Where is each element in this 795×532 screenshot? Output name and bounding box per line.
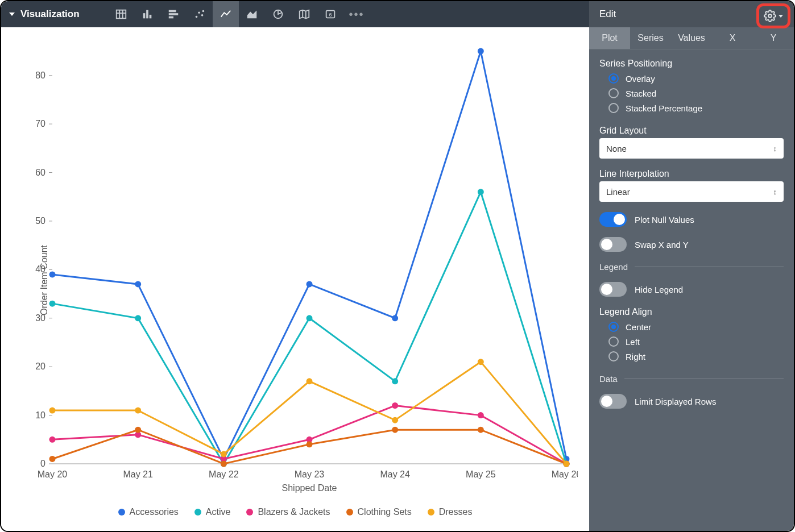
series-line xyxy=(52,362,566,464)
tab-x[interactable]: X xyxy=(712,27,753,49)
viz-line-button[interactable] xyxy=(213,1,239,27)
series-point[interactable] xyxy=(49,408,56,414)
svg-text:May 21: May 21 xyxy=(123,469,153,479)
viz-single-button[interactable]: 6 xyxy=(317,1,343,27)
series-point[interactable] xyxy=(392,427,398,433)
swap-xy-label: Swap X and Y xyxy=(635,240,689,250)
series-point[interactable] xyxy=(307,281,313,287)
series-point[interactable] xyxy=(307,441,313,447)
series-positioning-label: Series Positioning xyxy=(599,59,784,69)
limit-rows-label: Limit Displayed Rows xyxy=(635,397,716,406)
svg-point-11 xyxy=(198,11,200,14)
radio-icon xyxy=(608,88,619,98)
legend-swatch xyxy=(194,509,201,516)
series-point[interactable] xyxy=(307,315,313,321)
series-point[interactable] xyxy=(392,315,398,321)
svg-text:20: 20 xyxy=(35,361,45,371)
legend-label: Dresses xyxy=(439,507,473,517)
series-point[interactable] xyxy=(49,301,56,307)
legend-align-left[interactable]: Left xyxy=(599,334,784,349)
series-point[interactable] xyxy=(564,461,570,467)
series-point[interactable] xyxy=(135,281,141,287)
tab-series[interactable]: Series xyxy=(630,27,671,49)
series-point[interactable] xyxy=(392,402,398,409)
series-positioning-stacked-percentage[interactable]: Stacked Percentage xyxy=(599,101,784,115)
svg-text:10: 10 xyxy=(35,410,45,420)
series-point[interactable] xyxy=(478,189,484,195)
chart-area: Order Item Count 01020304050607080May 20… xyxy=(1,27,589,532)
series-point[interactable] xyxy=(49,456,56,462)
series-line xyxy=(52,192,566,464)
viz-title-toggle[interactable]: Visualization xyxy=(9,9,80,20)
swap-xy-toggle[interactable] xyxy=(599,237,627,252)
series-point[interactable] xyxy=(135,408,141,414)
series-point[interactable] xyxy=(135,315,141,321)
grid-layout-select[interactable]: None ↕ xyxy=(599,138,784,159)
legend-item-dresses[interactable]: Dresses xyxy=(428,507,473,517)
viz-pie-button[interactable] xyxy=(265,1,291,27)
svg-rect-5 xyxy=(146,10,148,19)
plot-null-toggle-row[interactable]: Plot Null Values xyxy=(599,212,784,227)
legend-item-clothing-sets[interactable]: Clothing Sets xyxy=(346,507,412,517)
series-point[interactable] xyxy=(392,417,398,423)
svg-text:May 26: May 26 xyxy=(552,469,578,479)
viz-map-button[interactable] xyxy=(291,1,317,27)
swap-xy-toggle-row[interactable]: Swap X and Y xyxy=(599,237,784,252)
tab-values[interactable]: Values xyxy=(671,27,712,49)
svg-rect-7 xyxy=(168,10,176,13)
edit-body: Series Positioning OverlayStackedStacked… xyxy=(589,49,794,418)
series-positioning-overlay[interactable]: Overlay xyxy=(599,71,784,86)
series-point[interactable] xyxy=(478,48,484,55)
radio-label: Right xyxy=(626,352,645,361)
radio-icon xyxy=(608,322,619,332)
chart-canvas: 01020304050607080May 20May 21May 22May 2… xyxy=(13,39,578,499)
tab-plot[interactable]: Plot xyxy=(589,27,630,49)
limit-rows-toggle-row[interactable]: Limit Displayed Rows xyxy=(599,394,784,409)
legend-item-active[interactable]: Active xyxy=(194,507,231,517)
svg-rect-6 xyxy=(149,15,151,18)
legend-align-section: Legend Align CenterLeftRight xyxy=(599,307,784,364)
series-point[interactable] xyxy=(307,378,313,384)
series-point[interactable] xyxy=(478,359,484,365)
plot-null-label: Plot Null Values xyxy=(635,215,694,225)
legend-align-right[interactable]: Right xyxy=(599,349,784,364)
series-point[interactable] xyxy=(49,437,56,443)
viz-scatter-button[interactable] xyxy=(187,1,213,27)
plot-null-toggle[interactable] xyxy=(599,212,627,227)
series-point[interactable] xyxy=(49,271,56,277)
select-caret-icon: ↕ xyxy=(773,144,777,153)
series-point[interactable] xyxy=(221,461,227,467)
data-section-header: Data xyxy=(599,374,784,384)
grid-layout-label: Grid Layout xyxy=(599,126,784,136)
limit-rows-toggle[interactable] xyxy=(599,394,627,409)
hide-legend-toggle[interactable] xyxy=(599,282,627,297)
series-positioning-stacked[interactable]: Stacked xyxy=(599,86,784,101)
series-point[interactable] xyxy=(135,427,141,433)
radio-label: Stacked Percentage xyxy=(626,103,702,113)
line-interp-select[interactable]: Linear ↕ xyxy=(599,181,784,202)
svg-text:6: 6 xyxy=(329,12,332,18)
legend-item-blazers-jackets[interactable]: Blazers & Jackets xyxy=(246,507,330,517)
legend-header-text: Legend xyxy=(599,262,628,272)
viz-table-button[interactable] xyxy=(108,1,134,27)
series-point[interactable] xyxy=(478,412,484,418)
hide-legend-label: Hide Legend xyxy=(635,285,683,294)
series-point[interactable] xyxy=(392,378,398,384)
series-point[interactable] xyxy=(478,427,484,433)
viz-more-button[interactable]: ••• xyxy=(343,8,370,21)
tab-y[interactable]: Y xyxy=(753,27,794,49)
divider-line xyxy=(635,267,784,267)
radio-icon xyxy=(608,351,619,361)
viz-header: Visualization 6••• xyxy=(1,1,589,27)
viz-area-button[interactable] xyxy=(239,1,265,27)
settings-gear-button[interactable] xyxy=(756,3,790,28)
viz-bar-button[interactable] xyxy=(160,1,187,27)
caret-down-icon xyxy=(9,13,15,16)
series-point[interactable] xyxy=(221,451,227,457)
viz-column-button[interactable] xyxy=(134,1,160,27)
hide-legend-toggle-row[interactable]: Hide Legend xyxy=(599,282,784,297)
series-line xyxy=(52,406,566,464)
gear-icon xyxy=(764,10,776,22)
legend-align-center[interactable]: Center xyxy=(599,319,784,334)
legend-item-accessories[interactable]: Accessories xyxy=(118,507,179,517)
